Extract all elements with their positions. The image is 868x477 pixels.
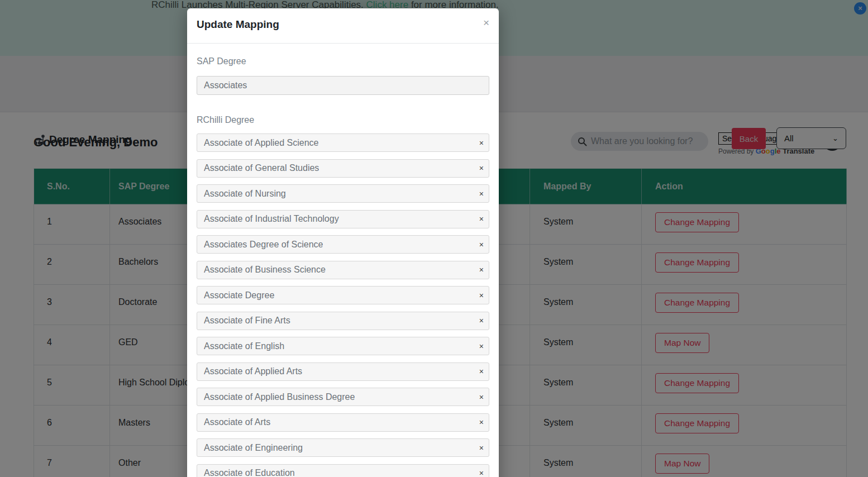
degree-tag-label: Associate of General Studies [204,163,319,173]
tag-remove-icon[interactable]: × [479,368,484,375]
degree-tag: Associate of Education × [197,464,489,477]
tag-remove-icon[interactable]: × [479,393,484,401]
degree-tag-label: Associate of Applied Arts [204,366,302,376]
tag-remove-icon[interactable]: × [479,292,484,299]
degree-tag: Associate of Applied Arts × [197,362,489,381]
tag-remove-icon[interactable]: × [479,215,484,223]
tag-remove-icon[interactable]: × [479,469,484,477]
degree-tag: Associate of Applied Science × [197,133,489,152]
modal-title: Update Mapping [197,18,489,31]
degree-tag-label: Associate Degree [204,290,274,300]
degree-tag-label: Associate of Arts [204,417,270,427]
tag-remove-icon[interactable]: × [479,342,484,350]
degree-tag-label: Associate of English [204,341,284,351]
tag-remove-icon[interactable]: × [479,317,484,325]
tag-remove-icon[interactable]: × [479,164,484,172]
modal-close-icon[interactable]: × [483,17,489,28]
degree-tag: Associate of Industrial Technology × [197,210,489,228]
tag-remove-icon[interactable]: × [479,190,484,198]
degree-tag: Associate of Business Science × [197,261,489,279]
degree-tag-label: Associate of Applied Business Degree [204,392,355,402]
degree-tag-label: Associate of Business Science [204,265,326,275]
modal-header: Update Mapping × [187,8,499,44]
degree-tag-label: Associate of Applied Science [204,138,318,148]
degree-tag-label: Associate of Engineering [204,443,303,453]
degree-tag: Associate of Arts × [197,413,489,432]
degree-tag-label: Associate of Education [204,468,295,477]
degree-tag: Associate of Engineering × [197,438,489,457]
degree-tag-label: Associate of Nursing [204,189,286,199]
update-mapping-modal: Update Mapping × SAP Degree RChilli Degr… [187,8,499,477]
degree-tag: Associates Degree of Science × [197,235,489,254]
degree-tag: Associate of Nursing × [197,184,489,203]
degree-tag: Associate of Fine Arts × [197,312,489,330]
degree-tag: Associate of Applied Business Degree × [197,388,489,406]
sap-degree-label: SAP Degree [197,56,489,66]
tag-remove-icon[interactable]: × [479,139,484,147]
degree-tag-label: Associates Degree of Science [204,240,323,250]
sap-degree-input[interactable] [197,76,489,95]
modal-body: SAP Degree RChilli Degree Associate of A… [187,56,499,477]
tag-remove-icon[interactable]: × [479,418,484,426]
degree-tag-label: Associate of Industrial Technology [204,214,339,224]
degree-tag: Associate of English × [197,337,489,355]
rchilli-degree-label: RChilli Degree [197,115,489,125]
degree-tag-label: Associate of Fine Arts [204,316,290,326]
degree-tag: Associate Degree × [197,286,489,304]
degree-tag: Associate of General Studies × [197,159,489,178]
rchilli-degree-tag-list: Associate of Applied Science × Associate… [197,133,489,477]
tag-remove-icon[interactable]: × [479,241,484,249]
tag-remove-icon[interactable]: × [479,266,484,274]
tag-remove-icon[interactable]: × [479,444,484,452]
